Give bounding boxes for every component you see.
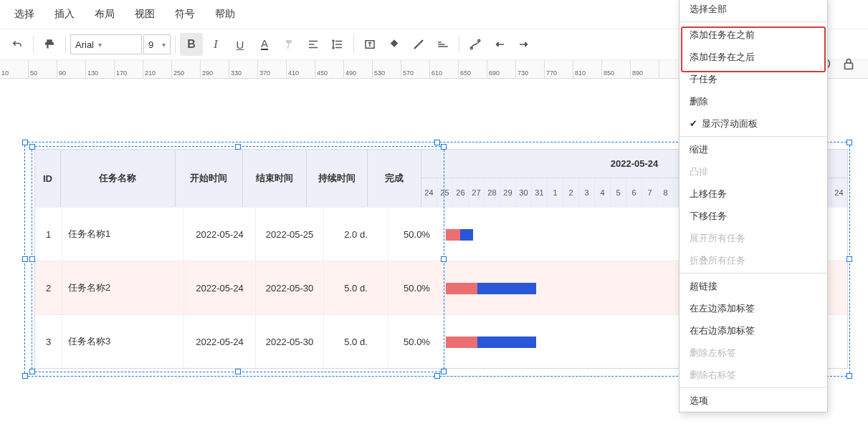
ruler-tick: 410 — [287, 60, 315, 78]
undo-icon[interactable] — [6, 33, 29, 56]
menu-insert[interactable]: 插入 — [54, 8, 75, 21]
ruler-tick: 130 — [86, 60, 115, 78]
font-family-label: Arial — [75, 39, 94, 50]
svg-rect-4 — [845, 63, 853, 69]
ruler-tick: 610 — [430, 60, 459, 78]
ruler-tick: 810 — [573, 60, 602, 78]
ctx-outdent: 凸排 — [679, 160, 827, 183]
ruler-tick: 770 — [545, 60, 573, 78]
ctx-del-label-right: 删除右标签 — [679, 364, 827, 386]
check-icon: ✔ — [690, 118, 697, 129]
ruler-tick: 90 — [57, 60, 86, 78]
resize-handle[interactable] — [434, 373, 440, 379]
ruler-tick: 170 — [115, 60, 143, 78]
ctx-delete[interactable]: 删除 — [679, 90, 827, 112]
ctx-hyperlink[interactable]: 超链接 — [679, 275, 827, 297]
resize-handle[interactable] — [22, 256, 28, 262]
line-color-button[interactable] — [407, 33, 430, 56]
chevron-down-icon: ▾ — [98, 41, 102, 49]
resize-handle[interactable] — [846, 256, 852, 262]
resize-handle[interactable] — [235, 144, 241, 150]
ctx-del-label-left: 删除左标签 — [679, 342, 827, 364]
font-family-select[interactable]: Arial▾ — [70, 34, 142, 54]
ctx-indent[interactable]: 缩进 — [679, 138, 827, 160]
resize-handle[interactable] — [22, 140, 28, 145]
menu-symbol[interactable]: 符号 — [175, 8, 195, 21]
ruler-tick: 370 — [258, 60, 287, 78]
ctx-expand-all: 展开所有任务 — [679, 227, 827, 249]
line-style-button[interactable] — [431, 33, 454, 56]
resize-handle[interactable] — [441, 256, 447, 262]
ruler-tick: 210 — [143, 60, 172, 78]
ruler-tick: 730 — [516, 60, 545, 78]
font-color-button[interactable]: A — [253, 33, 276, 56]
resize-handle[interactable] — [22, 373, 28, 379]
ctx-add-label-left[interactable]: 在左边添加标签 — [679, 297, 827, 319]
ruler-tick: 650 — [459, 60, 487, 78]
ruler-tick: 330 — [229, 60, 258, 78]
ctx-subtask[interactable]: 子任务 — [679, 68, 827, 90]
clear-format-button[interactable] — [277, 33, 300, 56]
ruler-tick: 570 — [401, 60, 430, 78]
align-button[interactable] — [302, 33, 325, 56]
italic-button[interactable]: I — [204, 33, 227, 56]
context-menu: 选择全部 添加任务在之前 添加任务在之后 子任务 删除 ✔显示浮动面板 缩进 凸… — [679, 0, 828, 412]
ctx-float-panel[interactable]: ✔显示浮动面板 — [679, 112, 827, 135]
ruler-tick: 690 — [487, 60, 516, 78]
font-size-select[interactable]: 9▾ — [143, 34, 171, 54]
underline-button[interactable]: U — [229, 33, 252, 56]
font-size-label: 9 — [148, 39, 153, 50]
ruler-tick: 250 — [172, 60, 201, 78]
resize-handle[interactable] — [441, 144, 447, 150]
chevron-down-icon: ▾ — [162, 41, 166, 49]
menu-layout[interactable]: 布局 — [95, 8, 115, 21]
ctx-float-panel-label: 显示浮动面板 — [702, 117, 758, 130]
ctx-add-label-right[interactable]: 在右边添加标签 — [679, 319, 827, 342]
ctx-move-down[interactable]: 下移任务 — [679, 205, 827, 227]
ruler-tick: 490 — [344, 60, 373, 78]
bold-button[interactable]: B — [180, 33, 203, 56]
resize-handle[interactable] — [29, 144, 35, 150]
resize-handle[interactable] — [29, 256, 35, 262]
arrow-start-icon[interactable] — [488, 33, 511, 56]
line-spacing-button[interactable] — [326, 33, 349, 56]
format-painter-icon[interactable] — [38, 33, 61, 56]
menu-view[interactable]: 视图 — [135, 8, 155, 21]
ctx-select-all[interactable]: 选择全部 — [679, 0, 827, 20]
ruler-tick: 10 — [0, 60, 29, 78]
fill-color-button[interactable] — [383, 33, 406, 56]
lock-icon[interactable] — [841, 56, 857, 72]
inner-selection[interactable] — [32, 146, 444, 372]
ctx-add-before[interactable]: 添加任务在之前 — [679, 24, 827, 46]
ruler-tick: 850 — [602, 60, 631, 78]
ctx-collapse-all: 折叠所有任务 — [679, 249, 827, 271]
resize-handle[interactable] — [441, 369, 447, 374]
ctx-options[interactable]: 选项 — [679, 389, 827, 412]
ruler-tick: 450 — [315, 60, 344, 78]
resize-handle[interactable] — [846, 140, 852, 145]
resize-handle[interactable] — [235, 369, 241, 374]
connector-icon[interactable] — [464, 33, 487, 56]
ruler-tick: 530 — [373, 60, 401, 78]
textbox-icon[interactable] — [358, 33, 381, 56]
menu-help[interactable]: 帮助 — [215, 8, 235, 21]
menu-select[interactable]: 选择 — [14, 8, 34, 21]
resize-handle[interactable] — [434, 140, 440, 145]
ruler-tick: 890 — [631, 60, 659, 78]
ctx-move-up[interactable]: 上移任务 — [679, 183, 827, 205]
resize-handle[interactable] — [846, 373, 852, 379]
arrow-end-icon[interactable] — [512, 33, 535, 56]
ctx-add-after[interactable]: 添加任务在之后 — [679, 46, 827, 68]
ruler-tick: 50 — [29, 60, 57, 78]
ruler-tick: 290 — [201, 60, 229, 78]
resize-handle[interactable] — [29, 369, 35, 374]
